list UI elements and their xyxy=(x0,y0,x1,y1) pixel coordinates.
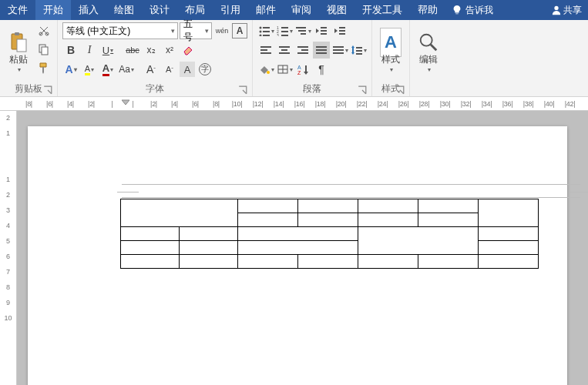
chevron-down-icon: ▾ xyxy=(428,66,431,73)
subscript-button[interactable]: x₂ xyxy=(143,42,160,59)
svg-rect-24 xyxy=(260,49,267,51)
shrink-font-button[interactable]: Aˇ xyxy=(161,61,178,78)
vertical-ruler[interactable]: 2112345678910 xyxy=(0,111,17,385)
align-right-button[interactable] xyxy=(294,42,311,59)
paragraph-group-label: 段落 xyxy=(303,83,321,94)
find-icon xyxy=(418,32,439,53)
tell-me[interactable]: 告诉我 xyxy=(445,0,499,20)
justify-button[interactable] xyxy=(313,42,330,59)
align-center-button[interactable] xyxy=(276,42,293,59)
tab-review[interactable]: 审阅 xyxy=(284,0,319,20)
tab-design[interactable]: 设计 xyxy=(142,0,177,20)
svg-line-48 xyxy=(431,45,436,50)
indent-icon xyxy=(334,25,346,36)
copy-button[interactable] xyxy=(35,41,52,58)
underline-button[interactable]: U▾ xyxy=(99,42,116,59)
align-left-button[interactable] xyxy=(257,42,274,59)
svg-rect-13 xyxy=(263,35,270,36)
char-shading-button[interactable]: A xyxy=(180,62,195,77)
editing-label: 编辑 xyxy=(419,53,438,66)
tab-file[interactable]: 文件 xyxy=(0,0,35,20)
tab-mail[interactable]: 邮件 xyxy=(248,0,284,20)
dialog-launcher-icon[interactable] xyxy=(395,85,405,95)
sort-button[interactable]: AZ xyxy=(294,61,311,78)
tab-developer[interactable]: 开发工具 xyxy=(354,0,410,20)
borders-button[interactable]: ▾ xyxy=(276,61,293,78)
format-painter-button[interactable] xyxy=(35,59,52,76)
editing-button[interactable]: 编辑 ▾ xyxy=(415,22,442,82)
clear-format-button[interactable] xyxy=(180,42,197,59)
strikethrough-button[interactable]: abc xyxy=(124,42,141,59)
group-editing: 编辑 ▾ xyxy=(410,20,447,96)
grow-font-button[interactable]: Aˆ xyxy=(143,61,160,78)
dialog-launcher-icon[interactable] xyxy=(43,85,52,95)
svg-rect-32 xyxy=(316,46,327,48)
dialog-launcher-icon[interactable] xyxy=(238,85,247,95)
bullets-button[interactable]: ▾ xyxy=(257,22,274,39)
text-effect-button[interactable]: A▾ xyxy=(62,61,79,78)
svg-rect-20 xyxy=(296,27,306,28)
highlight-button[interactable]: A▾ xyxy=(81,61,98,78)
justify-icon xyxy=(315,45,328,55)
font-name-select[interactable]: 等线 (中文正文) xyxy=(62,22,178,39)
svg-text:3: 3 xyxy=(277,33,279,36)
show-marks-button[interactable]: ¶ xyxy=(313,61,330,78)
increase-indent-button[interactable] xyxy=(331,22,348,39)
char-border-button[interactable]: A xyxy=(232,23,247,38)
document-table[interactable] xyxy=(120,199,539,269)
phonetic-guide-button[interactable]: wén xyxy=(213,22,230,39)
svg-point-47 xyxy=(421,35,432,46)
italic-button[interactable]: I xyxy=(81,42,98,59)
svg-point-41 xyxy=(267,71,270,74)
tab-home[interactable]: 开始 xyxy=(35,0,71,20)
svg-rect-34 xyxy=(316,52,327,54)
font-group-label: 字体 xyxy=(146,83,164,94)
dialog-launcher-icon[interactable] xyxy=(358,85,367,95)
share-button[interactable]: 共享 xyxy=(545,4,588,17)
svg-rect-7 xyxy=(42,47,48,55)
decrease-indent-button[interactable] xyxy=(313,22,330,39)
phonetic-icon: wén xyxy=(216,27,229,35)
svg-rect-31 xyxy=(297,52,308,54)
enclose-char-button[interactable]: 字 xyxy=(197,61,213,78)
clipboard-label: 剪贴板 xyxy=(15,83,42,94)
svg-point-12 xyxy=(259,35,261,37)
tab-draw[interactable]: 绘图 xyxy=(106,0,142,20)
numbering-button[interactable]: 123▾ xyxy=(276,22,293,39)
multilevel-button[interactable]: ▾ xyxy=(294,22,311,39)
svg-rect-22 xyxy=(301,33,306,35)
svg-rect-3 xyxy=(17,39,26,52)
svg-rect-39 xyxy=(356,50,362,52)
styles-button[interactable]: A 样式 ▾ xyxy=(377,22,405,82)
horizontal-ruler[interactable]: |8||6||4||2||||2||4||6||8||10||12||14||1… xyxy=(0,97,588,111)
distributed-icon xyxy=(332,45,344,55)
paste-button[interactable]: 粘贴 ▾ xyxy=(5,22,32,82)
svg-rect-40 xyxy=(356,53,362,55)
line-spacing-button[interactable]: ▾ xyxy=(350,42,367,59)
indent-marker-icon[interactable] xyxy=(122,97,129,105)
bullets-icon xyxy=(258,25,270,36)
outdent-icon xyxy=(315,25,328,36)
change-case-button[interactable]: Aa▾ xyxy=(118,61,135,78)
font-color-button[interactable]: A▾ xyxy=(99,61,116,78)
shading-button[interactable]: ▾ xyxy=(257,61,274,78)
svg-point-10 xyxy=(259,31,261,33)
superscript-button[interactable]: x² xyxy=(161,42,178,59)
tab-help[interactable]: 帮助 xyxy=(410,0,445,20)
svg-text:A: A xyxy=(297,65,301,70)
document-canvas[interactable] xyxy=(17,111,588,385)
tab-references[interactable]: 引用 xyxy=(213,0,248,20)
tab-view[interactable]: 视图 xyxy=(319,0,354,20)
svg-rect-36 xyxy=(333,49,344,51)
bold-button[interactable]: B xyxy=(62,42,79,59)
numbering-icon: 123 xyxy=(277,25,289,36)
font-size-select[interactable]: 五号 xyxy=(180,22,212,39)
page[interactable] xyxy=(28,126,567,385)
multilevel-icon xyxy=(295,25,307,36)
cut-button[interactable] xyxy=(35,22,52,39)
tab-insert[interactable]: 插入 xyxy=(71,0,106,20)
distributed-button[interactable]: ▾ xyxy=(331,42,348,59)
eraser-icon xyxy=(182,44,194,56)
chevron-down-icon: ▾ xyxy=(18,66,21,73)
paste-label: 粘贴 xyxy=(9,53,28,66)
